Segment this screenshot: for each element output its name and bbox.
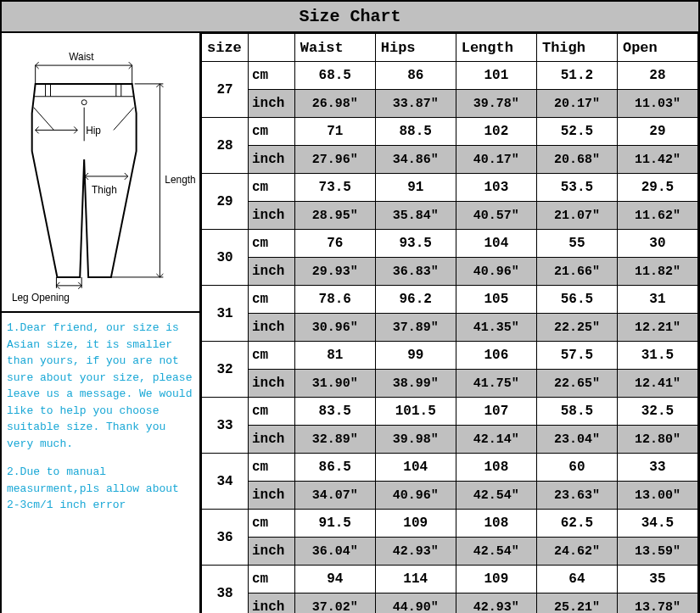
header-thigh: Thigh: [536, 34, 617, 62]
value-cell: 31: [617, 286, 697, 314]
table-row: 31cm78.696.210556.531: [202, 286, 698, 314]
table-row: 29cm73.59110353.529.5: [202, 174, 698, 202]
value-cell: 104: [375, 454, 456, 482]
value-cell: 12.41″: [617, 370, 697, 398]
value-cell: 37.02″: [294, 593, 375, 614]
header-hips: Hips: [375, 34, 456, 62]
value-cell: 28.95″: [294, 202, 375, 230]
value-cell: 56.5: [536, 286, 617, 314]
value-cell: 33: [617, 454, 697, 482]
table-header-row: size Waist Hips Length Thigh Open: [202, 34, 698, 62]
value-cell: 44.90″: [375, 593, 456, 614]
value-cell: 86.5: [294, 454, 375, 482]
header-size: size: [202, 34, 249, 62]
value-cell: 28: [617, 62, 697, 90]
value-cell: 30: [617, 230, 697, 258]
value-cell: 23.63″: [536, 482, 617, 510]
size-cell: 29: [202, 174, 249, 230]
value-cell: 96.2: [375, 286, 456, 314]
value-cell: 99: [375, 342, 456, 370]
unit-cell: cm: [248, 566, 294, 593]
value-cell: 32.5: [617, 398, 697, 426]
value-cell: 11.03″: [617, 90, 697, 118]
value-cell: 36.04″: [294, 538, 375, 566]
table-row: 33cm83.5101.510758.532.5: [202, 398, 698, 426]
value-cell: 109: [375, 510, 456, 538]
value-cell: 25.21″: [536, 593, 617, 614]
size-cell: 38: [202, 566, 249, 614]
diagram-leg-opening-label: Leg Opening: [12, 292, 70, 304]
value-cell: 42.14″: [456, 426, 536, 454]
chart-title: Size Chart: [2, 2, 698, 33]
value-cell: 60: [536, 454, 617, 482]
value-cell: 108: [456, 454, 536, 482]
value-cell: 41.35″: [456, 314, 536, 342]
value-cell: 103: [456, 174, 536, 202]
table-row: 34cm86.51041086033: [202, 454, 698, 482]
value-cell: 31.5: [617, 342, 697, 370]
value-cell: 57.5: [536, 342, 617, 370]
value-cell: 21.66″: [536, 258, 617, 286]
value-cell: 94: [294, 566, 375, 593]
value-cell: 29.93″: [294, 258, 375, 286]
diagram-thigh-label: Thigh: [92, 184, 117, 196]
value-cell: 83.5: [294, 398, 375, 426]
value-cell: 35: [617, 566, 697, 593]
table-row: inch31.90″38.99″41.75″22.65″12.41″: [202, 370, 698, 398]
value-cell: 32.89″: [294, 426, 375, 454]
value-cell: 22.25″: [536, 314, 617, 342]
table-row: inch32.89″39.98″42.14″23.04″12.80″: [202, 426, 698, 454]
pants-diagram: Waist: [2, 33, 201, 313]
value-cell: 101.5: [375, 398, 456, 426]
pants-diagram-svg: Waist: [2, 33, 199, 311]
header-waist: Waist: [294, 34, 375, 62]
value-cell: 42.54″: [456, 482, 536, 510]
value-cell: 62.5: [536, 510, 617, 538]
value-cell: 55: [536, 230, 617, 258]
value-cell: 71: [294, 118, 375, 146]
value-cell: 39.78″: [456, 90, 536, 118]
unit-cell: cm: [248, 118, 294, 146]
value-cell: 38.99″: [375, 370, 456, 398]
unit-cell: inch: [248, 146, 294, 174]
unit-cell: inch: [248, 90, 294, 118]
header-length: Length: [456, 34, 536, 62]
value-cell: 109: [456, 566, 536, 593]
value-cell: 22.65″: [536, 370, 617, 398]
diagram-length-label: Length: [165, 174, 195, 186]
value-cell: 102: [456, 118, 536, 146]
value-cell: 33.87″: [375, 90, 456, 118]
unit-cell: cm: [248, 286, 294, 314]
value-cell: 53.5: [536, 174, 617, 202]
value-cell: 105: [456, 286, 536, 314]
unit-cell: inch: [248, 426, 294, 454]
unit-cell: inch: [248, 314, 294, 342]
svg-line-10: [34, 108, 54, 131]
unit-cell: inch: [248, 482, 294, 510]
size-cell: 27: [202, 62, 249, 118]
value-cell: 114: [375, 566, 456, 593]
value-cell: 108: [456, 510, 536, 538]
table-row: inch27.96″34.86″40.17″20.68″11.42″: [202, 146, 698, 174]
note-2: 2.Due to manual measurment,pls allow abo…: [7, 464, 194, 514]
value-cell: 81: [294, 342, 375, 370]
value-cell: 12.21″: [617, 314, 697, 342]
value-cell: 11.62″: [617, 202, 697, 230]
value-cell: 27.96″: [294, 146, 375, 174]
value-cell: 36.83″: [375, 258, 456, 286]
value-cell: 39.98″: [375, 426, 456, 454]
value-cell: 52.5: [536, 118, 617, 146]
value-cell: 51.2: [536, 62, 617, 90]
unit-cell: cm: [248, 398, 294, 426]
value-cell: 40.96″: [456, 258, 536, 286]
value-cell: 106: [456, 342, 536, 370]
unit-cell: inch: [248, 370, 294, 398]
value-cell: 40.96″: [375, 482, 456, 510]
table-row: inch29.93″36.83″40.96″21.66″11.82″: [202, 258, 698, 286]
table-row: 28cm7188.510252.529: [202, 118, 698, 146]
size-cell: 28: [202, 118, 249, 174]
unit-cell: inch: [248, 538, 294, 566]
value-cell: 30.96″: [294, 314, 375, 342]
value-cell: 24.62″: [536, 538, 617, 566]
diagram-waist-label: Waist: [69, 51, 94, 63]
